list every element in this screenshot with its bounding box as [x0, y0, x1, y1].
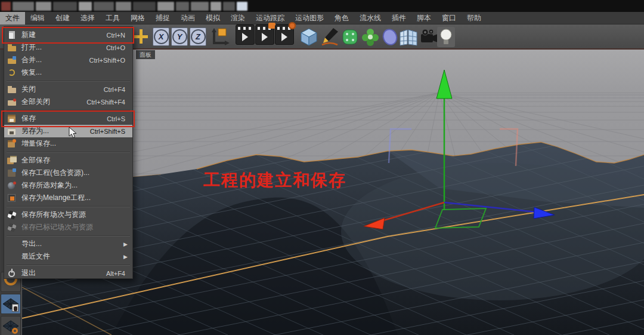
- menu-item-save-all-takes[interactable]: 保存所有场次与资源: [4, 208, 132, 221]
- menu-item-save-all[interactable]: 全部保存: [4, 154, 132, 167]
- viewport-panel-menu[interactable]: 面板: [136, 50, 155, 59]
- menu-item-label: 保存所有场次与资源: [21, 210, 86, 220]
- spline-pen-icon[interactable]: [320, 27, 339, 47]
- menu-item-shortcut: Ctrl+F4: [104, 86, 128, 93]
- menu-separator: [4, 79, 132, 83]
- menu-item-new[interactable]: 新建 Ctrl+N: [4, 29, 132, 41]
- environment-icon[interactable]: [398, 27, 419, 47]
- window-titlebar: [0, 0, 644, 12]
- menu-item-save[interactable]: 保存 Ctrl+S: [4, 112, 132, 125]
- menu-item-shortcut: Ctrl+S: [107, 115, 128, 122]
- close-all-folder-icon: [7, 97, 17, 107]
- menu-character[interactable]: 角色: [329, 12, 354, 24]
- texture-preview: [12, 304, 18, 312]
- menu-simulate[interactable]: 模拟: [200, 12, 225, 24]
- menu-animate[interactable]: 动画: [175, 12, 200, 24]
- menu-item-shortcut: Ctrl+N: [107, 32, 128, 39]
- file-dropdown-menu: 新建 Ctrl+N 打开... Ctrl+O 合并... Ctrl+Shift+…: [4, 26, 133, 279]
- axis-y-lock-button[interactable]: Y: [171, 27, 188, 46]
- menu-separator: [4, 204, 132, 208]
- menu-mesh[interactable]: 网格: [125, 12, 150, 24]
- save-takes-icon: [7, 210, 17, 220]
- new-document-icon: [7, 30, 17, 40]
- menu-item-open[interactable]: 打开... Ctrl+O: [4, 41, 132, 54]
- primitive-cube-icon[interactable]: [299, 27, 318, 47]
- menu-item-merge[interactable]: 合并... Ctrl+Shift+O: [4, 54, 132, 66]
- menu-item-incremental-save[interactable]: 增量保存...: [4, 137, 132, 150]
- save-selected-icon: [7, 181, 17, 190]
- save-marked-takes-icon: [7, 223, 17, 232]
- menu-item-close[interactable]: 关闭 Ctrl+F4: [4, 83, 132, 96]
- menu-item-revert[interactable]: 恢复...: [4, 66, 132, 79]
- menu-separator: [4, 263, 132, 267]
- render-settings-icon[interactable]: [275, 24, 294, 45]
- menu-render[interactable]: 渲染: [225, 12, 250, 24]
- menu-window[interactable]: 窗口: [436, 12, 462, 24]
- deformer-icon[interactable]: [361, 27, 380, 47]
- save-all-icon: [7, 156, 17, 165]
- menu-item-close-all[interactable]: 全部关闭 Ctrl+Shift+F4: [4, 96, 132, 108]
- menu-item-shortcut: Ctrl+Shift+O: [89, 57, 128, 64]
- move-tool-icon[interactable]: [134, 29, 148, 44]
- melange-icon: [7, 193, 17, 203]
- coordinate-system-icon[interactable]: [210, 27, 230, 47]
- export-icon: [7, 239, 17, 249]
- menu-separator: [4, 108, 132, 112]
- camera-icon[interactable]: [420, 28, 439, 46]
- menu-item-shortcut: Ctrl+Shift+S: [90, 128, 128, 135]
- axis-x-lock-button[interactable]: X: [153, 27, 169, 46]
- menu-snap[interactable]: 捕捉: [150, 12, 175, 24]
- light-icon[interactable]: [437, 27, 455, 47]
- save-project-icon: [7, 168, 17, 178]
- subdivision-surface-icon[interactable]: [340, 27, 360, 47]
- incremental-save-icon: [7, 139, 17, 149]
- menu-item-label: 全部保存: [21, 155, 50, 165]
- submenu-arrow-icon: ▶: [123, 254, 128, 260]
- menu-item-shortcut: Alt+F4: [106, 270, 128, 277]
- menu-item-label: 关闭: [21, 84, 36, 94]
- save-icon: [7, 114, 17, 124]
- axis-z-label: Z: [191, 29, 206, 44]
- merge-folder-icon: [7, 56, 17, 65]
- menu-item-label: 退出: [21, 268, 36, 278]
- points-mode-icon[interactable]: [1, 294, 21, 314]
- main-menubar: 文件 编辑 创建 选择 工具 网格 捕捉 动画 模拟 渲染 运动跟踪 运动图形 …: [0, 12, 644, 24]
- axis-x-label: X: [154, 29, 169, 44]
- app-icon: [1, 2, 11, 11]
- save-as-icon: [7, 127, 17, 136]
- menu-file[interactable]: 文件: [0, 12, 25, 24]
- menu-item-save-melange[interactable]: 保存为Melange工程...: [4, 192, 132, 204]
- menu-item-label: 新建: [21, 30, 36, 40]
- menu-item-export[interactable]: 导出... ▶: [4, 238, 132, 250]
- menu-script[interactable]: 脚本: [411, 12, 436, 24]
- menu-edit[interactable]: 编辑: [25, 12, 50, 24]
- menu-item-save-project[interactable]: 保存工程(包含资源)...: [4, 167, 132, 179]
- menu-item-label: 打开...: [21, 42, 42, 53]
- quit-icon: [7, 269, 17, 278]
- render-view-icon[interactable]: [236, 24, 255, 45]
- menu-item-save-selected[interactable]: 保存所选对象为...: [4, 179, 132, 192]
- menu-item-label: 保存为Melange工程...: [21, 193, 91, 203]
- menu-item-label: 保存工程(包含资源)...: [21, 168, 89, 178]
- menu-select[interactable]: 选择: [75, 12, 100, 24]
- menu-create[interactable]: 创建: [50, 12, 75, 24]
- menu-item-quit[interactable]: 退出 Alt+F4: [4, 267, 132, 279]
- cinema4d-window: 文件 编辑 创建 选择 工具 网格 捕捉 动画 模拟 渲染 运动跟踪 运动图形 …: [0, 0, 644, 335]
- menu-item-recent-files[interactable]: 最近文件 ▶: [4, 250, 132, 263]
- menu-item-label: 合并...: [21, 55, 42, 65]
- menu-tools[interactable]: 工具: [100, 12, 125, 24]
- menu-item-label: 导出...: [21, 239, 42, 249]
- menu-item-save-marked-takes: 保存已标记场次与资源: [4, 221, 132, 233]
- menu-item-label: 保存: [21, 113, 36, 124]
- polygons-mode-icon[interactable]: [1, 316, 21, 335]
- render-region-icon[interactable]: [255, 24, 274, 45]
- recent-files-icon: [7, 252, 17, 262]
- menu-mograph[interactable]: 运动图形: [290, 12, 329, 24]
- axis-z-lock-button[interactable]: Z: [190, 27, 206, 46]
- menu-item-label: 保存已标记场次与资源: [21, 222, 93, 232]
- menu-plugins[interactable]: 插件: [386, 12, 411, 24]
- menu-item-label: 增量保存...: [21, 139, 56, 149]
- menu-help[interactable]: 帮助: [462, 12, 487, 24]
- simulation-icon[interactable]: [381, 28, 399, 46]
- menu-pipeline[interactable]: 流水线: [354, 12, 386, 24]
